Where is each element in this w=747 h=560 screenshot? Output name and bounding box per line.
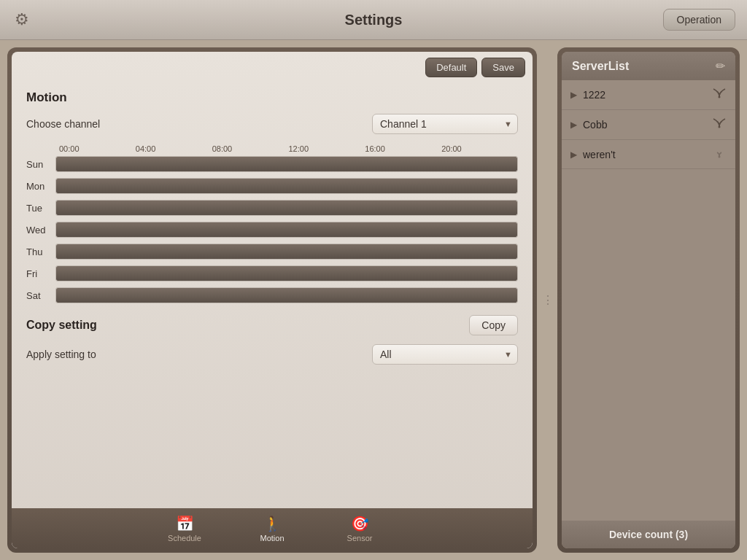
edit-icon[interactable]: ✏: [716, 59, 725, 73]
day-row-tue: Tue: [26, 200, 518, 216]
apply-select-wrapper[interactable]: All Mon-Fri Sat-Sun: [372, 344, 518, 365]
schedule-icon: 📅: [176, 515, 194, 532]
copy-header-row: Copy setting Copy: [26, 315, 518, 335]
server-name-werent: weren't: [583, 149, 706, 160]
copy-section: Copy setting Copy Apply setting to All M…: [26, 315, 518, 365]
sensor-icon: 🎯: [351, 515, 369, 532]
server-list-title: ServerList: [572, 60, 629, 73]
main-area: Default Save Motion Choose channel Chann…: [0, 40, 747, 560]
play-icon-werent: ▶: [570, 149, 577, 160]
day-bar-fill-sun: [56, 157, 517, 171]
timeline-container: 00:00 04:00 08:00 12:00 16:00 20:00 Sun: [26, 144, 518, 303]
play-icon-cobb: ▶: [570, 120, 577, 130]
server-list-items: ▶ 1222 ▶ Cobb: [562, 80, 735, 521]
gear-icon[interactable]: ⚙: [15, 10, 29, 29]
wifi-icon-werent: [712, 147, 727, 161]
time-label-0: 00:00: [59, 144, 136, 153]
day-bar-fri[interactable]: [55, 265, 518, 281]
apply-select[interactable]: All Mon-Fri Sat-Sun: [372, 344, 518, 365]
day-row-sun: Sun: [26, 156, 518, 172]
day-bar-fill-thu: [56, 244, 517, 259]
tab-sensor[interactable]: 🎯 Sensor: [316, 508, 403, 548]
copy-section-title: Copy setting: [26, 319, 469, 332]
time-header: 00:00 04:00 08:00 12:00 16:00 20:00: [59, 144, 518, 153]
day-label-mon: Mon: [26, 181, 55, 192]
day-label-sat: Sat: [26, 290, 55, 301]
channel-select[interactable]: Channel 1 Channel 2 Channel 3 Channel 4: [372, 114, 518, 134]
default-button[interactable]: Default: [425, 58, 477, 77]
channel-select-wrapper[interactable]: Channel 1 Channel 2 Channel 3 Channel 4: [372, 114, 518, 134]
day-bar-fill-fri: [56, 266, 517, 281]
day-row-fri: Fri: [26, 265, 518, 281]
time-label-5: 20:00: [441, 144, 518, 153]
tab-sensor-label: Sensor: [347, 534, 373, 542]
channel-row: Choose channel Channel 1 Channel 2 Chann…: [26, 114, 518, 134]
tab-schedule[interactable]: 📅 Schedule: [141, 508, 228, 548]
apply-label: Apply setting to: [26, 349, 96, 360]
tab-motion-label: Motion: [260, 534, 284, 542]
day-bar-fill-mon: [56, 179, 517, 193]
channel-label: Choose channel: [26, 118, 100, 130]
left-panel: Default Save Motion Choose channel Chann…: [7, 47, 537, 553]
day-label-thu: Thu: [26, 246, 55, 257]
play-icon-1222: ▶: [570, 90, 577, 100]
day-bar-tue[interactable]: [55, 200, 518, 216]
motion-section-title: Motion: [26, 90, 518, 105]
svg-point-1: [719, 126, 721, 128]
device-count-text: Device count (3): [609, 529, 688, 540]
tab-bar: 📅 Schedule 🚶 Motion 🎯 Sensor: [12, 508, 533, 548]
time-label-2: 08:00: [212, 144, 289, 153]
page-title: Settings: [345, 12, 403, 28]
left-inner: Default Save Motion Choose channel Chann…: [12, 52, 533, 548]
device-count-bar: Device count (3): [562, 521, 735, 548]
server-item-cobb[interactable]: ▶ Cobb: [562, 110, 735, 140]
day-bar-thu[interactable]: [55, 244, 518, 260]
content-area: Motion Choose channel Channel 1 Channel …: [12, 83, 533, 508]
divider: ⋮: [544, 47, 550, 553]
top-buttons-bar: Default Save: [12, 52, 533, 83]
day-bar-sun[interactable]: [55, 156, 518, 172]
day-row-thu: Thu: [26, 244, 518, 260]
day-bar-fill-wed: [56, 222, 517, 237]
day-bar-sat[interactable]: [55, 287, 518, 303]
time-label-1: 04:00: [136, 144, 212, 153]
top-bar: ⚙ Settings Operation: [0, 0, 747, 40]
apply-row: Apply setting to All Mon-Fri Sat-Sun: [26, 344, 518, 365]
day-bar-wed[interactable]: [55, 222, 518, 238]
wifi-icon-cobb: [712, 117, 727, 132]
right-inner: ServerList ✏ ▶ 1222: [562, 52, 735, 548]
motion-icon: 🚶: [263, 515, 282, 532]
server-name-1222: 1222: [583, 89, 706, 101]
save-button[interactable]: Save: [481, 58, 525, 77]
day-label-fri: Fri: [26, 268, 55, 279]
svg-point-0: [719, 96, 721, 98]
wifi-icon-1222: [712, 88, 727, 102]
tab-schedule-label: Schedule: [168, 534, 201, 542]
right-panel: ServerList ✏ ▶ 1222: [557, 47, 740, 553]
day-bar-fill-tue: [56, 201, 517, 215]
day-bar-mon[interactable]: [55, 178, 518, 194]
server-item-1222[interactable]: ▶ 1222: [562, 80, 735, 110]
day-label-sun: Sun: [26, 159, 55, 170]
time-label-4: 16:00: [365, 144, 441, 153]
copy-button[interactable]: Copy: [469, 315, 518, 335]
day-row-sat: Sat: [26, 287, 518, 303]
time-label-3: 12:00: [288, 144, 365, 153]
server-list-header: ServerList ✏: [562, 52, 735, 80]
svg-point-2: [719, 156, 721, 158]
server-name-cobb: Cobb: [583, 119, 706, 131]
day-row-wed: Wed: [26, 222, 518, 238]
day-label-tue: Tue: [26, 203, 55, 214]
day-label-wed: Wed: [26, 225, 55, 236]
server-item-werent[interactable]: ▶ weren't: [562, 140, 735, 169]
day-row-mon: Mon: [26, 178, 518, 194]
tab-motion[interactable]: 🚶 Motion: [228, 508, 316, 548]
day-bar-fill-sat: [56, 288, 517, 303]
operation-button[interactable]: Operation: [663, 9, 735, 31]
